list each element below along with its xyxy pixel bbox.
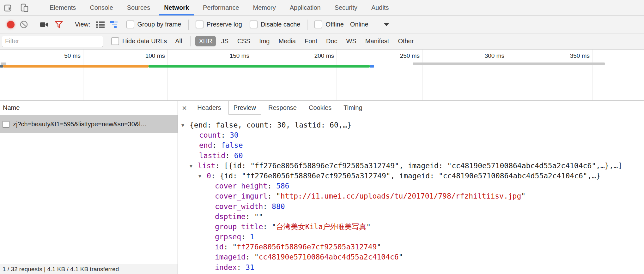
filter-type-all[interactable]: All <box>172 36 185 46</box>
group-by-frame-toggle[interactable]: Group by frame <box>126 21 181 28</box>
device-toolbar-icon[interactable] <box>18 2 32 14</box>
request-details-panel: × HeadersPreviewResponseCookiesTiming ▼{… <box>178 101 644 274</box>
view-waterfall-button[interactable] <box>110 21 120 29</box>
tab-elements[interactable]: Elements <box>43 0 83 15</box>
json-tree-line[interactable]: cover_imgurl: "http://i1.umei.cc/uploads… <box>178 191 644 201</box>
detail-tab-response[interactable]: Response <box>264 101 301 114</box>
json-tree-line[interactable]: imageid: "cc48190e57100864abc4d55a2c4104… <box>178 252 644 262</box>
tab-memory[interactable]: Memory <box>246 0 283 15</box>
json-text: : <box>221 131 230 139</box>
filter-type-css[interactable]: CSS <box>234 36 254 46</box>
json-tree-line[interactable]: end: false <box>178 140 644 150</box>
json-tree-line[interactable]: group_title: "台湾美女Kila户外唯美写真" <box>178 222 644 232</box>
toolbar-divider <box>188 20 189 30</box>
json-number: 1 <box>250 233 254 241</box>
detail-tab-cookies[interactable]: Cookies <box>304 101 336 114</box>
tab-application[interactable]: Application <box>283 0 328 15</box>
json-text: : <box>225 152 234 160</box>
json-tree-line[interactable]: cover_height: 586 <box>178 181 644 191</box>
throttling-dropdown-icon[interactable] <box>384 23 389 26</box>
toolbar-divider <box>34 20 34 30</box>
expand-arrow-icon[interactable]: ▼ <box>198 171 207 181</box>
json-text: : {id: "ff276e8056f58896e7cf92505a312749… <box>211 172 600 180</box>
json-key: cover_height <box>215 182 267 190</box>
filter-type-doc[interactable]: Doc <box>323 36 341 46</box>
filter-toggle-button[interactable] <box>54 20 63 29</box>
json-tree-line[interactable]: ▼list: [{id: "ff276e8056f58896e7cf92505a… <box>178 161 644 171</box>
disable-cache-checkbox[interactable] <box>250 21 258 28</box>
tab-label: Memory <box>253 4 276 11</box>
detail-tab-headers[interactable]: Headers <box>192 101 226 114</box>
filter-type-manifest[interactable]: Manifest <box>362 36 393 46</box>
filter-type-xhr[interactable]: XHR <box>195 36 216 46</box>
filter-type-other[interactable]: Other <box>394 36 417 46</box>
devtools-window: ElementsConsoleSourcesNetworkPerformance… <box>0 0 644 274</box>
preserve-log-toggle[interactable]: Preserve log <box>196 21 242 28</box>
hide-data-urls-checkbox[interactable] <box>111 37 119 45</box>
overview-request-bar-segment <box>149 65 370 68</box>
tab-security[interactable]: Security <box>328 0 364 15</box>
record-button[interactable] <box>7 21 15 28</box>
json-tree-line[interactable]: lastid: 60 <box>178 151 644 161</box>
json-tree-line[interactable]: count: 30 <box>178 130 644 140</box>
tab-console[interactable]: Console <box>83 0 120 15</box>
filter-type-img[interactable]: Img <box>256 36 273 46</box>
preview-json-tree[interactable]: ▼{end: false, count: 30, lastid: 60,…}co… <box>178 116 644 274</box>
json-tree-line[interactable]: cover_width: 880 <box>178 201 644 211</box>
json-key: imageid <box>215 253 246 261</box>
offline-checkbox[interactable] <box>314 21 322 28</box>
view-list-button[interactable] <box>95 21 105 29</box>
screenshot-capture-button[interactable] <box>40 21 49 28</box>
json-text: {end: false, count: 30, lastid: 60,…} <box>190 121 351 129</box>
filter-type-font[interactable]: Font <box>301 36 321 46</box>
filter-input[interactable] <box>2 36 103 47</box>
json-text: : " <box>246 253 259 261</box>
detail-tab-preview[interactable]: Preview <box>228 101 261 115</box>
tab-label: Console <box>90 4 113 11</box>
expand-arrow-icon[interactable]: ▼ <box>190 161 198 171</box>
json-key: cover_width <box>215 202 263 211</box>
tab-audits[interactable]: Audits <box>364 0 396 15</box>
close-icon[interactable]: × <box>178 104 191 112</box>
tab-network[interactable]: Network <box>157 0 196 15</box>
filter-type-ws[interactable]: WS <box>343 36 360 46</box>
request-row[interactable]: zj?ch=beauty&t1=595&listtype=new&sn=30&l… <box>0 115 178 133</box>
view-label: View: <box>75 21 90 28</box>
json-text: : " <box>224 243 237 251</box>
json-tree-line[interactable]: grpseq: 1 <box>178 232 644 242</box>
expand-arrow-icon[interactable]: ▼ <box>181 120 190 130</box>
filter-divider <box>190 36 191 46</box>
timeline-tick-label: 50 ms <box>27 52 81 59</box>
filter-type-media[interactable]: Media <box>275 36 299 46</box>
json-number: 586 <box>276 182 289 190</box>
tab-performance[interactable]: Performance <box>196 0 246 15</box>
clear-button[interactable] <box>20 20 28 29</box>
detail-tab-timing[interactable]: Timing <box>339 101 367 114</box>
request-type-filters: AllXHRJSCSSImgMediaFontDocWSManifestOthe… <box>171 36 418 46</box>
json-tree-line[interactable]: index: 31 <box>178 262 644 272</box>
toolbar-divider <box>35 3 35 13</box>
network-overview[interactable]: 50 ms100 ms150 ms200 ms250 ms300 ms350 m… <box>0 49 644 100</box>
name-column-header[interactable]: Name <box>0 101 178 115</box>
tab-sources[interactable]: Sources <box>120 0 157 15</box>
filter-type-js[interactable]: JS <box>218 36 232 46</box>
json-text: " <box>399 253 403 261</box>
json-text: : " <box>267 192 281 200</box>
throttling-value[interactable]: Online <box>350 21 368 28</box>
group-by-frame-checkbox[interactable] <box>126 21 134 28</box>
offline-toggle[interactable]: Offline <box>314 21 343 28</box>
json-number: 880 <box>272 202 285 211</box>
json-key: end <box>199 141 212 149</box>
tab-label: Security <box>335 4 357 11</box>
json-tree-line[interactable]: orig_height: 586 <box>178 272 644 274</box>
json-tree-line[interactable]: id: "ff276e8056f58896e7cf92505a312749" <box>178 242 644 252</box>
preserve-log-checkbox[interactable] <box>196 21 204 28</box>
hide-data-urls-toggle[interactable]: Hide data URLs <box>111 37 167 45</box>
json-tree-line[interactable]: dsptime: "" <box>178 211 644 222</box>
devtools-tab-bar: ElementsConsoleSourcesNetworkPerformance… <box>0 0 644 16</box>
json-tree-line[interactable]: ▼0: {id: "ff276e8056f58896e7cf92505a3127… <box>178 171 644 181</box>
json-tree-line[interactable]: ▼{end: false, count: 30, lastid: 60,…} <box>178 120 644 130</box>
inspect-element-icon[interactable] <box>2 2 16 14</box>
disable-cache-toggle[interactable]: Disable cache <box>250 21 301 28</box>
json-number: 60 <box>234 152 243 160</box>
